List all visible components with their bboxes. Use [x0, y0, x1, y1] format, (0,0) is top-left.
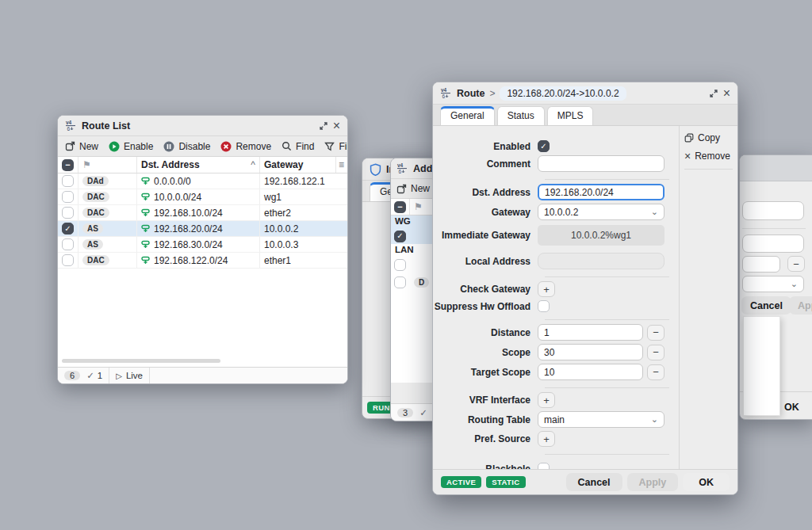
row-checkbox[interactable]: ✓ [394, 231, 406, 242]
comment-input[interactable] [538, 155, 665, 172]
row-checkbox[interactable]: ✓ [62, 223, 74, 234]
route-dialog-window: v46 Route > 192.168.20.0/24->10.0.0.2 × … [432, 82, 738, 495]
divider [742, 228, 806, 229]
add-check-gateway-button[interactable]: + [538, 281, 555, 297]
tab-general[interactable]: General [440, 106, 495, 125]
table-row[interactable]: DAC 10.0.0.0/24 wg1 [58, 189, 347, 205]
live-play-icon: ▷ [116, 372, 122, 380]
route-dialog-side-actions: Copy × Remove [679, 126, 737, 471]
divider [684, 169, 733, 170]
row-checkbox[interactable] [62, 191, 74, 203]
apply-button[interactable]: Apply [789, 296, 812, 315]
distance-unset-button[interactable]: − [647, 325, 665, 341]
route-gateway: 10.0.0.2 [264, 223, 298, 234]
dst-address-label: Dst. Address [433, 187, 538, 198]
detach-icon[interactable] [319, 121, 328, 131]
distance-input[interactable]: 1 [538, 324, 643, 341]
close-icon[interactable]: × [333, 120, 340, 132]
route-table: − ⚑ Dst. Address ^ Gateway ≡ DAd 0.0.0.0… [58, 157, 347, 269]
new-icon [65, 141, 75, 151]
plus-icon: + [543, 284, 550, 296]
cancel-button[interactable]: Cancel [566, 473, 622, 491]
scope-unset-button[interactable]: − [647, 345, 665, 360]
row-checkbox[interactable] [394, 276, 406, 288]
new-button[interactable]: New [396, 183, 430, 194]
table-row[interactable]: DAd 0.0.0.0/0 192.168.122.1 [58, 173, 347, 189]
table-row[interactable]: DAC 192.168.122.0/24 ether1 [58, 253, 347, 269]
copy-button[interactable]: Copy [684, 132, 733, 143]
minus-icon: − [653, 366, 659, 378]
enabled-checkbox[interactable]: ✓ [538, 140, 550, 152]
open-dropdown-panel[interactable] [743, 316, 780, 416]
background-input[interactable] [742, 256, 780, 273]
enable-button-label: Enable [124, 141, 153, 152]
target-scope-input[interactable]: 10 [538, 364, 643, 380]
detach-icon[interactable] [709, 89, 718, 98]
suppress-hw-offload-checkbox[interactable] [538, 300, 550, 312]
scope-input[interactable]: 30 [538, 344, 643, 360]
pref-source-label: Pref. Source [433, 433, 538, 444]
background-input[interactable] [742, 234, 804, 253]
find-button[interactable]: Find [282, 141, 314, 152]
background-input[interactable] [742, 201, 804, 220]
row-checkbox[interactable] [394, 259, 406, 271]
apply-button[interactable]: Apply [627, 473, 679, 491]
remove-button-label: Remove [695, 151, 730, 162]
horizontal-scrollbar[interactable] [62, 359, 220, 363]
filter-button[interactable]: Filter [324, 141, 348, 152]
table-row[interactable]: AS 192.168.30.0/24 10.0.0.3 [58, 237, 347, 253]
add-pref-source-button[interactable]: + [538, 431, 555, 447]
minus-icon: − [653, 326, 659, 338]
row-checkbox[interactable] [62, 238, 74, 250]
scope-label: Scope [433, 347, 538, 358]
route-gateway: ether1 [264, 255, 291, 266]
gateway-column-header[interactable]: Gateway [260, 157, 336, 173]
route-gateway: 192.168.122.1 [264, 176, 325, 187]
chevron-down-icon: ⌄ [791, 279, 798, 289]
remove-button[interactable]: Remove [220, 141, 271, 152]
route-gateway: wg1 [264, 192, 282, 203]
ip-routes-icon: v46 [396, 162, 408, 174]
flag-column-header[interactable]: ⚑ [79, 157, 137, 173]
enable-button[interactable]: Enable [109, 141, 153, 152]
route-list-window: v46 Route List × New Enable Disable [57, 115, 348, 384]
row-checkbox[interactable] [62, 254, 74, 266]
background-select[interactable]: ⌄ [742, 276, 804, 292]
select-all-checkbox[interactable]: − [391, 199, 410, 215]
row-checkbox[interactable] [62, 175, 74, 187]
dst-address-input[interactable]: 192.168.20.0/24 [538, 184, 665, 200]
divider [545, 179, 669, 180]
routing-table-select[interactable]: main⌄ [538, 411, 665, 428]
row-checkbox[interactable] [62, 207, 74, 219]
dst-address-column-header[interactable]: Dst. Address ^ [137, 157, 260, 173]
check-icon: ✓ [396, 232, 403, 240]
close-icon[interactable]: × [723, 87, 730, 100]
ok-button[interactable]: OK [683, 473, 730, 491]
dst-address-value: 192.168.20.0/24 [545, 187, 614, 198]
check-icon: ✓ [419, 407, 427, 418]
add-vrf-interface-button[interactable]: + [538, 392, 555, 408]
disable-button[interactable]: Disable [163, 141, 210, 152]
route-list-titlebar[interactable]: v46 Route List × [58, 116, 347, 136]
target-scope-value: 10 [544, 367, 554, 378]
table-row[interactable]: ✓ AS 192.168.20.0/24 10.0.0.2 [58, 221, 347, 237]
target-scope-unset-button[interactable]: − [647, 364, 665, 380]
column-menu-icon[interactable]: ≡ [336, 157, 347, 173]
route-dialog-titlebar[interactable]: v46 Route > 192.168.20.0/24->10.0.0.2 × [433, 82, 737, 105]
select-all-checkbox[interactable]: − [58, 157, 79, 173]
new-button[interactable]: New [65, 141, 98, 152]
route-gateway: 10.0.0.3 [264, 239, 298, 250]
check-icon: ✓ [86, 370, 94, 381]
routing-table-value: main [544, 414, 565, 425]
tab-status[interactable]: Status [497, 106, 545, 125]
minus-button[interactable]: − [787, 256, 805, 272]
row-count: 6 [64, 371, 80, 380]
distance-label: Distance [433, 327, 538, 338]
live-toggle[interactable]: ▷ Live [116, 371, 143, 380]
cancel-button[interactable]: Cancel [741, 296, 791, 315]
gateway-select[interactable]: 10.0.0.2⌄ [538, 204, 665, 220]
route-flags: DAd [82, 176, 109, 186]
table-row[interactable]: DAC 192.168.10.0/24 ether2 [58, 205, 347, 221]
remove-button[interactable]: × Remove [684, 151, 733, 162]
tab-mpls[interactable]: MPLS [547, 106, 594, 125]
